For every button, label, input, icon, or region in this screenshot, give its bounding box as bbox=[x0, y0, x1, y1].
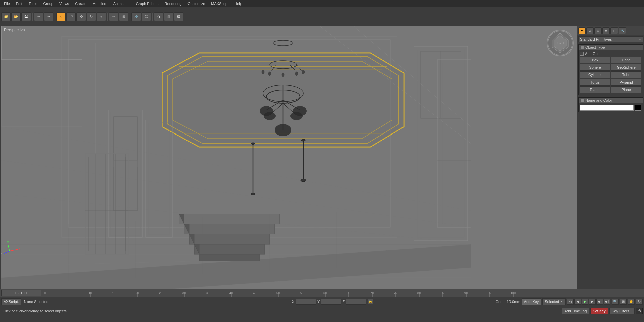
menu-file[interactable]: File bbox=[1, 1, 13, 6]
object-type-collapse[interactable]: - bbox=[581, 46, 584, 49]
motion-tab[interactable]: ◉ bbox=[602, 27, 610, 34]
btn-geosphere[interactable]: GeoSphere bbox=[611, 64, 642, 71]
object-type-section: - Object Type AutoGrid Box Cone Sphere G… bbox=[578, 44, 643, 95]
name-color-body bbox=[579, 103, 643, 112]
sep2 bbox=[55, 13, 55, 21]
rotate-btn[interactable]: ↻ bbox=[87, 12, 96, 21]
toolbar-row-main: 📁 📂 💾 ↩ ↪ ↖ ⬚ ✛ ↻ ⤡ ⇔ ⊞ 🔗 ⛓ ◑ ▥ 🖼 bbox=[1, 12, 183, 21]
svg-text:25: 25 bbox=[159, 291, 162, 295]
viewcube[interactable]: front bbox=[547, 30, 574, 56]
btn-torus[interactable]: Torus bbox=[580, 79, 610, 86]
btn-sphere[interactable]: Sphere bbox=[580, 64, 610, 71]
viewport-area[interactable]: Perspectiva bbox=[1, 26, 577, 289]
utilities-tab[interactable]: 🔧 bbox=[619, 27, 626, 34]
zoom-in-btn[interactable]: 🔍 bbox=[612, 299, 619, 305]
timeline-ruler: 0 5 10 15 20 25 30 35 40 45 50 bbox=[0, 289, 644, 297]
svg-text:95: 95 bbox=[488, 291, 491, 295]
svg-text:20: 20 bbox=[136, 291, 139, 295]
btn-cone[interactable]: Cone bbox=[611, 57, 642, 63]
mini-icon-btn[interactable]: ⏱ bbox=[636, 308, 643, 314]
mirror-btn[interactable]: ⇔ bbox=[109, 12, 118, 21]
redo-btn[interactable]: ↪ bbox=[44, 12, 53, 21]
name-input[interactable] bbox=[580, 105, 634, 111]
name-color-section: - Name and Color bbox=[578, 97, 643, 112]
save-btn[interactable]: 💾 bbox=[21, 12, 31, 21]
object-type-header: - Object Type bbox=[579, 45, 643, 50]
status-row2: Click or click-and-drag to select object… bbox=[0, 306, 644, 316]
menu-help[interactable]: Help bbox=[232, 1, 245, 6]
btn-box[interactable]: Box bbox=[580, 57, 610, 63]
open-btn[interactable]: 📂 bbox=[11, 12, 21, 21]
sep4 bbox=[130, 13, 130, 21]
new-scene-btn[interactable]: 📁 bbox=[1, 12, 11, 21]
pan-btn[interactable]: ✋ bbox=[628, 299, 635, 305]
menu-rendering[interactable]: Rendering bbox=[162, 1, 184, 6]
menu-modifiers[interactable]: Modifiers bbox=[90, 1, 110, 6]
menu-group[interactable]: Group bbox=[40, 1, 56, 6]
next-key-btn[interactable]: ▶ bbox=[589, 299, 596, 305]
menu-tools[interactable]: Tools bbox=[26, 1, 40, 6]
sep3 bbox=[107, 13, 108, 21]
x-label: X bbox=[292, 300, 294, 304]
x-field[interactable] bbox=[296, 299, 316, 305]
autogrid-checkbox[interactable] bbox=[580, 52, 584, 56]
status-row1: AXScript. None Selected X Y Z 🔒 Grid = 1… bbox=[0, 297, 644, 306]
orbit-btn[interactable]: ↻ bbox=[636, 299, 643, 305]
set-key-btn[interactable]: Set Key bbox=[590, 308, 608, 314]
render-setup-btn[interactable]: 🖼 bbox=[174, 12, 183, 21]
color-swatch[interactable] bbox=[635, 105, 641, 111]
menu-create[interactable]: Create bbox=[72, 1, 89, 6]
last-frame-btn[interactable]: ⏭| bbox=[604, 299, 610, 305]
add-time-tag-btn[interactable]: Add Time Tag bbox=[562, 308, 589, 314]
btn-cylinder[interactable]: Cylinder bbox=[580, 71, 610, 78]
btn-plane[interactable]: Plane bbox=[611, 86, 642, 93]
menu-maxscript[interactable]: MAXScript bbox=[208, 1, 231, 6]
selected-display[interactable]: Selected ▼ bbox=[542, 298, 566, 305]
undo-btn[interactable]: ↩ bbox=[34, 12, 43, 21]
play-btn[interactable]: ▶ bbox=[582, 299, 588, 305]
y-field[interactable] bbox=[321, 299, 341, 305]
key-filters-btn[interactable]: Key Filters... bbox=[609, 308, 635, 314]
menu-views[interactable]: Views bbox=[57, 1, 72, 6]
primitives-dropdown[interactable]: Standard Primitives ▼ bbox=[578, 36, 643, 42]
move-btn[interactable]: ✛ bbox=[76, 12, 86, 21]
menu-graph-editors[interactable]: Graph Editors bbox=[133, 1, 161, 6]
select-region-btn[interactable]: ⬚ bbox=[66, 12, 76, 21]
svg-text:X: X bbox=[19, 247, 21, 251]
z-field[interactable] bbox=[346, 299, 366, 305]
modify-tab[interactable]: ⊘ bbox=[586, 27, 594, 34]
zoom-extent-btn[interactable]: ⊞ bbox=[620, 299, 627, 305]
svg-text:Y: Y bbox=[7, 241, 9, 244]
menu-animation[interactable]: Animation bbox=[111, 1, 132, 6]
sep5 bbox=[152, 13, 153, 21]
viewcube-svg: front bbox=[547, 30, 573, 56]
prev-key-btn[interactable]: ◀ bbox=[574, 299, 581, 305]
btn-pyramid[interactable]: Pyramid bbox=[611, 79, 642, 86]
lock-icon[interactable]: 🔒 bbox=[368, 299, 373, 304]
btn-teapot[interactable]: Teapot bbox=[580, 86, 610, 93]
svg-text:60: 60 bbox=[323, 291, 327, 295]
link-btn[interactable]: 🔗 bbox=[131, 12, 141, 21]
prev-frame-btn[interactable]: ⏮ bbox=[567, 299, 574, 305]
material-editor-btn[interactable]: ◑ bbox=[154, 12, 163, 21]
hierarchy-tab[interactable]: ⚙ bbox=[594, 27, 602, 34]
select-btn[interactable]: ↖ bbox=[56, 12, 66, 21]
next-frame-btn[interactable]: ⏭ bbox=[596, 299, 603, 305]
svg-point-41 bbox=[293, 106, 307, 116]
auto-key-btn[interactable]: Auto Key bbox=[522, 298, 541, 305]
create-tab[interactable]: ✦ bbox=[578, 27, 586, 34]
axscript-btn[interactable]: AXScript. bbox=[1, 298, 21, 305]
name-color-collapse[interactable]: - bbox=[581, 99, 584, 102]
scale-btn[interactable]: ⤡ bbox=[97, 12, 106, 21]
svg-text:0: 0 bbox=[44, 291, 46, 295]
menu-customize[interactable]: Customize bbox=[185, 1, 208, 6]
frame-counter-value: 0 / 100 bbox=[15, 291, 27, 295]
render-btn[interactable]: ▥ bbox=[164, 12, 173, 21]
btn-tube[interactable]: Tube bbox=[611, 71, 642, 78]
display-tab[interactable]: ◻ bbox=[610, 27, 618, 34]
align-btn[interactable]: ⊞ bbox=[119, 12, 128, 21]
unlink-btn[interactable]: ⛓ bbox=[142, 12, 151, 21]
frame-counter-display[interactable]: 0 / 100 bbox=[1, 290, 41, 296]
name-color-header: - Name and Color bbox=[579, 98, 643, 103]
menu-edit[interactable]: Edit bbox=[13, 1, 25, 6]
